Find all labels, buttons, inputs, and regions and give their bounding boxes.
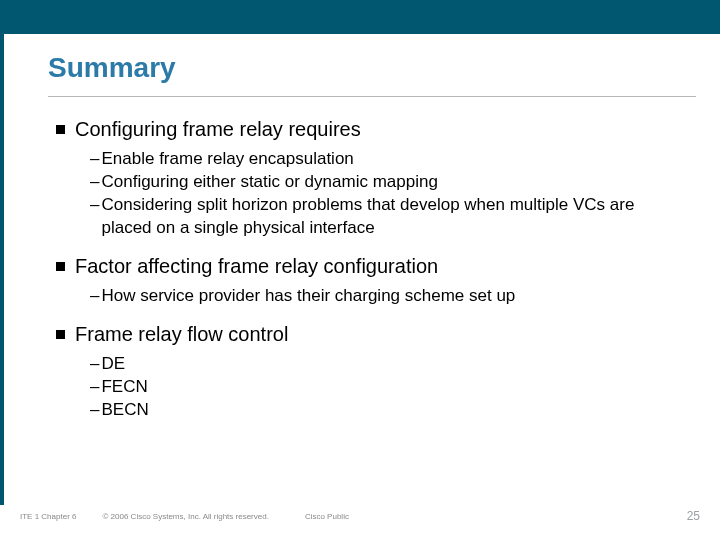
bullet-level2: – BECN <box>90 399 680 422</box>
slide: Summary Configuring frame relay requires… <box>0 0 720 540</box>
section: Factor affecting frame relay configurati… <box>56 254 680 308</box>
dash-icon: – <box>90 376 99 399</box>
dash-icon: – <box>90 171 99 194</box>
bullet-level2: – DE <box>90 353 680 376</box>
level1-text: Configuring frame relay requires <box>75 117 361 142</box>
dash-icon: – <box>90 148 99 171</box>
dash-icon: – <box>90 399 99 422</box>
title-divider <box>48 96 696 97</box>
brand-top-bar <box>0 0 720 34</box>
section: Configuring frame relay requires – Enabl… <box>56 117 680 240</box>
dash-icon: – <box>90 285 99 308</box>
bullet-level2: – Configuring either static or dynamic m… <box>90 171 680 194</box>
footer-chapter: ITE 1 Chapter 6 <box>20 512 76 521</box>
square-bullet-icon <box>56 262 65 271</box>
page-number: 25 <box>687 509 700 523</box>
bullet-level1: Configuring frame relay requires <box>56 117 680 142</box>
square-bullet-icon <box>56 330 65 339</box>
level2-text: Configuring either static or dynamic map… <box>101 171 437 194</box>
section: Frame relay flow control – DE – FECN – B… <box>56 322 680 422</box>
level2-text: How service provider has their charging … <box>101 285 515 308</box>
sub-list: – DE – FECN – BECN <box>90 353 680 422</box>
footer-copyright: © 2006 Cisco Systems, Inc. All rights re… <box>102 512 268 521</box>
slide-footer: ITE 1 Chapter 6 © 2006 Cisco Systems, In… <box>20 504 700 528</box>
level1-text: Factor affecting frame relay configurati… <box>75 254 438 279</box>
bullet-level2: – Enable frame relay encapsulation <box>90 148 680 171</box>
sub-list: – How service provider has their chargin… <box>90 285 680 308</box>
brand-side-stripe <box>0 0 4 505</box>
level2-text: Considering split horizon problems that … <box>101 194 680 240</box>
bullet-level2: – How service provider has their chargin… <box>90 285 680 308</box>
bullet-level1: Frame relay flow control <box>56 322 680 347</box>
level1-text: Frame relay flow control <box>75 322 288 347</box>
level2-text: FECN <box>101 376 147 399</box>
dash-icon: – <box>90 194 99 217</box>
bullet-level1: Factor affecting frame relay configurati… <box>56 254 680 279</box>
square-bullet-icon <box>56 125 65 134</box>
bullet-level2: – Considering split horizon problems tha… <box>90 194 680 240</box>
level2-text: DE <box>101 353 125 376</box>
level2-text: BECN <box>101 399 148 422</box>
dash-icon: – <box>90 353 99 376</box>
sub-list: – Enable frame relay encapsulation – Con… <box>90 148 680 240</box>
level2-text: Enable frame relay encapsulation <box>101 148 353 171</box>
content-area: Configuring frame relay requires – Enabl… <box>56 117 680 422</box>
footer-public: Cisco Public <box>305 512 349 521</box>
bullet-level2: – FECN <box>90 376 680 399</box>
slide-title: Summary <box>48 52 720 84</box>
